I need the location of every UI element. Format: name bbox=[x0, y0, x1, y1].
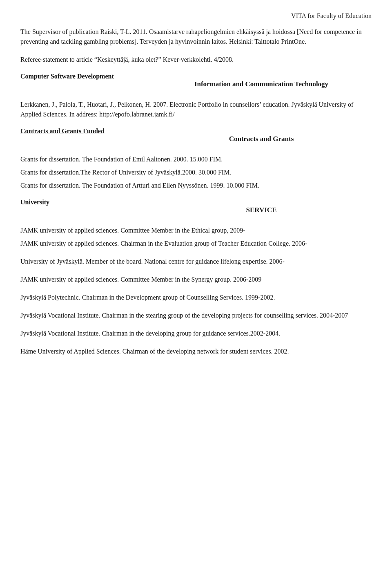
jamk2-paragraph: JAMK university of applied sciences. Cha… bbox=[20, 239, 372, 249]
referee-paragraph: Referee-statement to article “Keskeyttäj… bbox=[20, 55, 372, 65]
hame1-text: Häme University of Applied Sciences. Cha… bbox=[20, 348, 289, 355]
contracts-heading-col: Contracts and Grants bbox=[151, 128, 372, 149]
referee-text: Referee-statement to article “Keskeyttäj… bbox=[20, 56, 234, 63]
contracts-grants-funded-label: Contracts and Grants Funded bbox=[20, 128, 151, 135]
jvi1-text: Jyväskylä Vocational Institute. Chairman… bbox=[20, 312, 348, 319]
jamk1-paragraph: JAMK university of applied sciences. Com… bbox=[20, 226, 372, 235]
service-heading: SERVICE bbox=[151, 206, 372, 214]
ict-heading-col: Information and Communication Technology bbox=[151, 73, 372, 94]
computer-software-col: Computer Software Development bbox=[20, 73, 151, 84]
grant3-text: Grants for dissertation. The Foundation … bbox=[20, 182, 259, 189]
computer-software-label: Computer Software Development bbox=[20, 73, 151, 80]
service-heading-col: SERVICE bbox=[151, 199, 372, 220]
jyu1-text: University of Jyväskylä. Member of the b… bbox=[20, 258, 285, 265]
hame1-paragraph: Häme University of Applied Sciences. Cha… bbox=[20, 347, 372, 356]
intro-paragraph: The Supervisor of publication Raiski, T-… bbox=[20, 27, 372, 47]
contracts-section-header: Contracts and Grants Funded Contracts an… bbox=[20, 128, 372, 149]
grant3: Grants for dissertation. The Foundation … bbox=[20, 181, 372, 190]
jyp1-paragraph: Jyväskylä Polytechnic. Chairman in the D… bbox=[20, 293, 372, 302]
contracts-grants-heading: Contracts and Grants bbox=[151, 135, 372, 143]
jvi2-text: Jyväskylä Vocational Institute. Chairman… bbox=[20, 330, 280, 337]
grant1-text: Grants for dissertation. The Foundation … bbox=[20, 156, 223, 163]
contracts-funded-col: Contracts and Grants Funded bbox=[20, 128, 151, 139]
grant1: Grants for dissertation. The Foundation … bbox=[20, 154, 372, 164]
service-section-header: University SERVICE bbox=[20, 199, 372, 220]
grant2-text: Grants for dissertation.The Rector of Un… bbox=[20, 169, 231, 176]
grant2: Grants for dissertation.The Rector of Un… bbox=[20, 168, 372, 177]
university-label: University bbox=[20, 199, 151, 206]
jamk1-text: JAMK university of applied sciences. Com… bbox=[20, 227, 245, 234]
lerkkanen-text: Lerkkanen, J., Palola, T., Huotari, J., … bbox=[20, 101, 353, 118]
page-header: VITA for Faculty of Education bbox=[20, 12, 372, 20]
jvi1-paragraph: Jyväskylä Vocational Institute. Chairman… bbox=[20, 311, 372, 320]
jyp1-text: Jyväskylä Polytechnic. Chairman in the D… bbox=[20, 294, 275, 301]
jamk3-text: JAMK university of applied sciences. Com… bbox=[20, 276, 261, 283]
jyu1-paragraph: University of Jyväskylä. Member of the b… bbox=[20, 257, 372, 266]
jvi2-paragraph: Jyväskylä Vocational Institute. Chairman… bbox=[20, 329, 372, 338]
ict-section: Computer Software Development Informatio… bbox=[20, 73, 372, 94]
ict-heading: Information and Communication Technology bbox=[151, 80, 372, 88]
jamk2-text: JAMK university of applied sciences. Cha… bbox=[20, 240, 307, 247]
lerkkanen-paragraph: Lerkkanen, J., Palola, T., Huotari, J., … bbox=[20, 100, 372, 119]
jamk3-paragraph: JAMK university of applied sciences. Com… bbox=[20, 275, 372, 284]
intro-text: The Supervisor of publication Raiski, T-… bbox=[20, 28, 362, 45]
vita-title: VITA for Faculty of Education bbox=[291, 12, 372, 19]
university-col: University bbox=[20, 199, 151, 210]
